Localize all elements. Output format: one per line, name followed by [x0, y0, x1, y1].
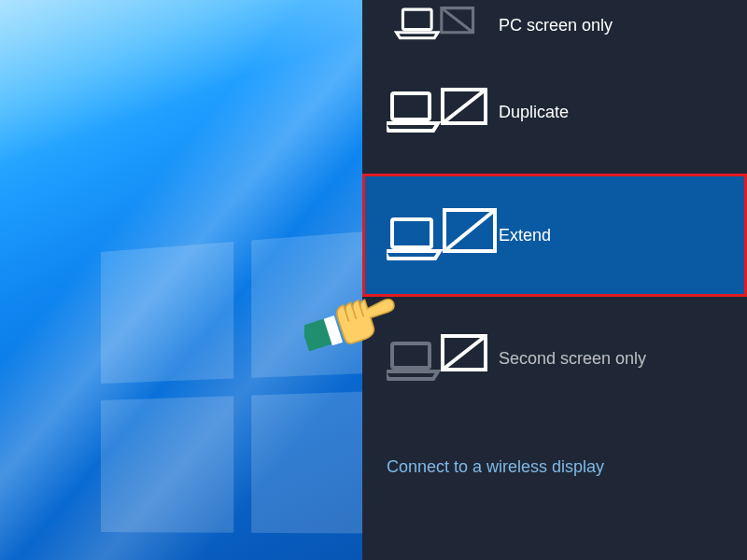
extend-icon: [387, 204, 499, 266]
pc-screen-only-icon: [387, 4, 499, 47]
project-option-label: Extend: [499, 226, 551, 245]
duplicate-icon: [387, 84, 499, 140]
svg-rect-0: [402, 9, 431, 29]
project-option-duplicate[interactable]: Duplicate: [362, 50, 747, 174]
project-option-second-only[interactable]: Second screen only: [362, 297, 747, 420]
windows-logo: [101, 229, 397, 533]
project-option-pc-only[interactable]: PC screen only: [362, 0, 747, 50]
project-option-label: Duplicate: [499, 103, 569, 122]
connect-wireless-display-link[interactable]: Connect to a wireless display: [362, 420, 747, 477]
svg-rect-1: [392, 93, 430, 119]
project-option-label: PC screen only: [499, 16, 613, 35]
svg-rect-2: [392, 219, 431, 247]
svg-rect-3: [392, 343, 430, 368]
project-panel: PC screen only Duplicate Extend: [362, 0, 747, 560]
second-screen-only-icon: [387, 330, 499, 386]
project-option-label: Second screen only: [499, 349, 646, 369]
project-option-extend[interactable]: Extend: [362, 174, 747, 297]
